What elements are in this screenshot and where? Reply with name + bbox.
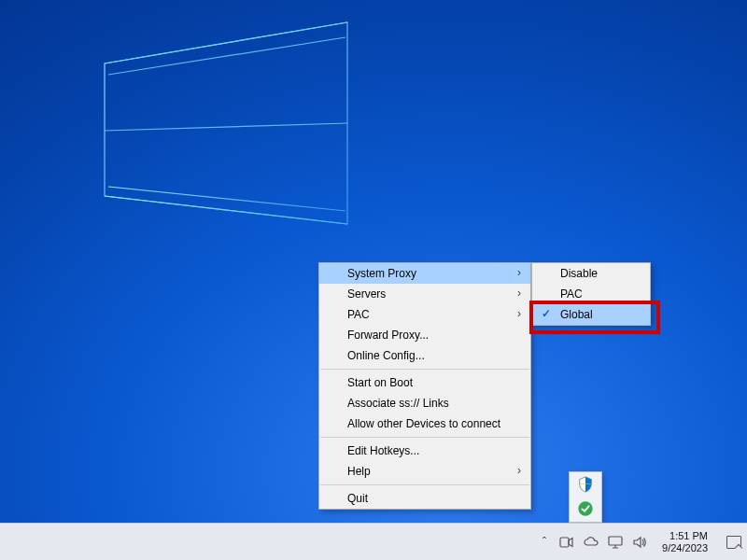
svg-rect-0 (580, 483, 592, 484)
menu-label: Online Config... (347, 349, 425, 362)
menu-label: Help (347, 465, 371, 478)
menu-item-start-on-boot[interactable]: Start on Boot (319, 372, 530, 393)
network-icon[interactable] (608, 535, 623, 550)
menu-item-quit[interactable]: Quit (319, 488, 530, 509)
tray-icon-app[interactable] (576, 499, 595, 518)
menu-label: PAC (560, 287, 583, 301)
menu-label: Forward Proxy... (347, 329, 429, 342)
menu-label: Servers (347, 287, 386, 301)
tray-icon-security[interactable] (576, 475, 595, 494)
context-menu-system-proxy: Disable PAC Global (531, 262, 651, 326)
menu-item-allow-other-devices[interactable]: Allow other Devices to connect (319, 413, 530, 434)
menu-separator (320, 437, 529, 438)
menu-item-system-proxy[interactable]: System Proxy (319, 263, 530, 284)
windows-logo (67, 19, 366, 233)
onedrive-icon[interactable] (584, 535, 599, 550)
menu-separator (320, 369, 529, 370)
svg-point-1 (578, 501, 592, 515)
tray-icons (559, 535, 647, 550)
menu-item-pac-mode[interactable]: PAC (532, 284, 650, 304)
menu-label: Edit Hotkeys... (347, 444, 419, 457)
menu-item-online-config[interactable]: Online Config... (319, 345, 530, 366)
menu-label: Start on Boot (347, 376, 413, 389)
svg-rect-3 (609, 537, 622, 545)
menu-item-help[interactable]: Help (319, 461, 530, 482)
menu-item-associate-links[interactable]: Associate ss:// Links (319, 393, 530, 413)
taskbar: ˆ 1:51 PM 9/24/2023 (0, 523, 747, 560)
desktop[interactable]: System Proxy Servers PAC Forward Proxy..… (0, 0, 747, 523)
clock-date: 9/24/2023 (662, 542, 708, 554)
action-center-button[interactable] (726, 536, 741, 549)
menu-item-global[interactable]: Global (532, 304, 650, 325)
menu-item-servers[interactable]: Servers (319, 284, 530, 304)
menu-label: Quit (347, 492, 368, 505)
svg-rect-2 (560, 538, 569, 547)
menu-label: Disable (560, 267, 598, 280)
taskbar-clock[interactable]: 1:51 PM 9/24/2023 (662, 530, 708, 554)
menu-label: Associate ss:// Links (347, 397, 449, 410)
menu-label: Allow other Devices to connect (347, 417, 500, 430)
volume-icon[interactable] (632, 535, 647, 550)
context-menu-main: System Proxy Servers PAC Forward Proxy..… (318, 262, 531, 510)
menu-label: PAC (347, 308, 370, 321)
menu-item-disable[interactable]: Disable (532, 263, 650, 284)
menu-item-edit-hotkeys[interactable]: Edit Hotkeys... (319, 441, 530, 461)
meet-now-icon[interactable] (559, 535, 574, 550)
tray-overflow-popup (569, 471, 602, 523)
menu-label: Global (560, 308, 593, 321)
tray-overflow-button[interactable]: ˆ (541, 534, 548, 551)
menu-item-pac[interactable]: PAC (319, 304, 530, 325)
system-tray: ˆ 1:51 PM 9/24/2023 (541, 530, 741, 554)
menu-label: System Proxy (347, 267, 416, 280)
menu-item-forward-proxy[interactable]: Forward Proxy... (319, 325, 530, 345)
menu-separator (320, 484, 529, 485)
clock-time: 1:51 PM (669, 530, 708, 542)
